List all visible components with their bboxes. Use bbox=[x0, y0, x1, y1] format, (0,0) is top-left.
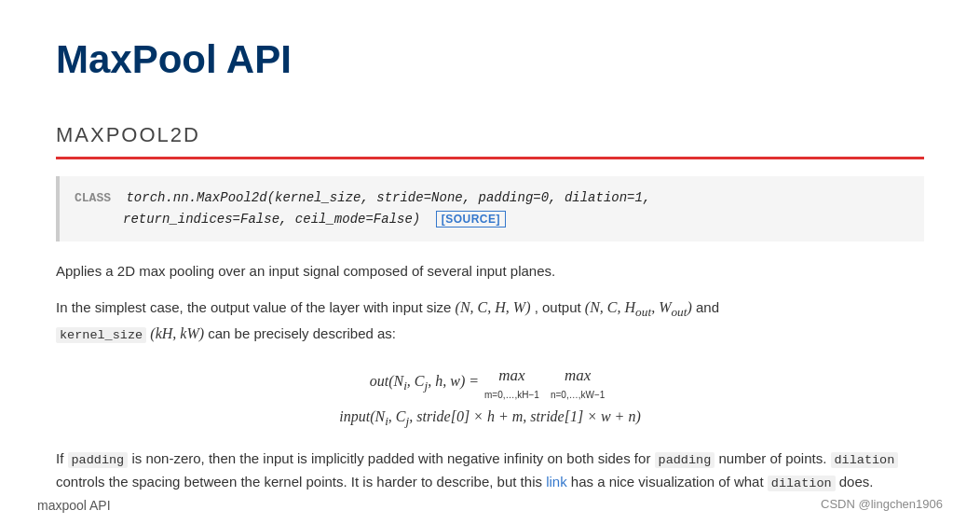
padding-part5: has a nice visualization of what bbox=[567, 474, 768, 490]
class-signature-box: CLASS torch.nn.MaxPool2d(kernel_size, st… bbox=[56, 176, 924, 241]
desc2-part3: and bbox=[696, 299, 719, 315]
kernel-size-code: kernel_size bbox=[56, 327, 146, 343]
padding-part2: is non-zero, then the input is implicitl… bbox=[128, 450, 654, 466]
desc2-math1: (N, C, H, W) bbox=[456, 299, 531, 315]
class-label: CLASS bbox=[75, 191, 111, 205]
padding-code2: padding bbox=[655, 452, 715, 468]
max-sub-1: m=0,…,kH−1 bbox=[484, 388, 539, 403]
padding-note: If padding is non-zero, then the input i… bbox=[56, 448, 924, 493]
page-wrapper: MaxPool API MAXPOOL2D CLASS torch.nn.Max… bbox=[0, 0, 980, 524]
desc2-math2: (N, C, Hout, Wout) bbox=[585, 299, 692, 315]
max-op-2: max bbox=[565, 363, 591, 388]
dilation-link[interactable]: link bbox=[546, 474, 567, 490]
padding-part6: does. bbox=[836, 474, 874, 490]
formula-row1: out(Ni, Cj, h, w) = max m=0,…,kH−1 max n… bbox=[56, 363, 924, 403]
desc2-part5: (kH, kW) can be precisely described as: bbox=[150, 325, 396, 341]
formula-rhs: input(Ni, Cj, stride[0] × h + m, stride[… bbox=[339, 405, 641, 432]
formula-block: out(Ni, Cj, h, w) = max m=0,…,kH−1 max n… bbox=[56, 363, 924, 432]
class-signature-line1: torch.nn.MaxPool2d(kernel_size, stride=N… bbox=[126, 190, 650, 205]
dilation-code3: dilation bbox=[831, 452, 899, 468]
formula-lhs: out(Ni, Cj, h, w) = bbox=[370, 369, 479, 396]
section-title: MAXPOOL2D bbox=[56, 118, 924, 151]
description-2: In the simplest case, the output value o… bbox=[56, 296, 924, 346]
footer-credit: CSDN @lingchen1906 bbox=[821, 495, 943, 516]
max-block-2: max n=0,…,kW−1 bbox=[551, 363, 605, 403]
dilation-code4: dilation bbox=[768, 476, 836, 491]
max-sub-2: n=0,…,kW−1 bbox=[551, 388, 605, 403]
section-divider bbox=[56, 157, 924, 159]
formula-row2: input(Ni, Cj, stride[0] × h + m, stride[… bbox=[56, 405, 924, 432]
padding-part1: If bbox=[56, 450, 68, 466]
max-block-1: max m=0,…,kH−1 bbox=[484, 363, 539, 403]
desc2-part2: , output bbox=[535, 299, 585, 315]
padding-part3: number of points. bbox=[715, 450, 830, 466]
page-title: MaxPool API bbox=[56, 28, 924, 90]
class-signature-line2: return_indices=False, ceil_mode=False) bbox=[123, 212, 420, 227]
source-link[interactable]: [SOURCE] bbox=[436, 211, 506, 228]
max-op-1: max bbox=[498, 363, 524, 388]
padding-part4: controls the spacing between the kernel … bbox=[56, 474, 546, 490]
footer-title: maxpool API bbox=[37, 495, 111, 516]
desc2-part1: In the simplest case, the output value o… bbox=[56, 299, 456, 315]
footer: maxpool API CSDN @lingchen1906 bbox=[0, 495, 980, 516]
description-1: Applies a 2D max pooling over an input s… bbox=[56, 260, 924, 283]
padding-code1: padding bbox=[68, 452, 129, 468]
